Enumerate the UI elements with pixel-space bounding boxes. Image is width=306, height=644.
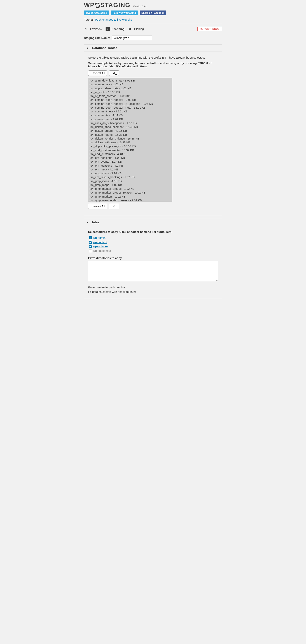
unselect-all-button-bottom[interactable]: Unselect All xyxy=(88,204,107,209)
table-row[interactable]: rs4_gmp_icons - 4.05 KB xyxy=(89,179,172,183)
table-row[interactable]: rs4_coming_soon_booster_meta - 18.91 KB xyxy=(89,106,172,110)
prefix-button-bottom[interactable]: rs4_ xyxy=(109,204,119,209)
tweet-button[interactable]: Tweet #wpstaging xyxy=(84,10,109,15)
table-row[interactable]: rs4_em_events - 11.4 KB xyxy=(89,160,172,164)
logo-staging-text: STAGING xyxy=(100,2,130,8)
table-row[interactable]: rs4_ahm_download_stats - 1.02 KB xyxy=(89,79,172,82)
table-row[interactable]: rs4_edd_customers - 4.43 KB xyxy=(89,152,172,156)
table-row[interactable]: rs4_gmp_marker_groups - 1.02 KB xyxy=(89,187,172,191)
step-cloning-label: Cloning xyxy=(134,27,144,30)
site-name-label: Staging Site Name: xyxy=(84,36,110,40)
table-row[interactable]: rs4_dokan_withdraw - 16.38 KB xyxy=(89,140,172,144)
database-tables-title: Database Tables xyxy=(92,46,117,50)
files-title: Files xyxy=(92,220,99,224)
table-row[interactable]: rs4_at_meta - 16.38 KB xyxy=(89,90,172,94)
table-row[interactable]: rs4_dokan_refund - 16.38 KB xyxy=(89,133,172,137)
files-help-text: Select folders to copy. Click on folder … xyxy=(88,230,218,234)
table-row[interactable]: rs4_coming_soon_booster - 3.09 KB xyxy=(89,98,172,102)
folder-checkbox[interactable] xyxy=(89,245,92,248)
table-row[interactable]: rs4_comments - 44.44 KB xyxy=(89,114,172,117)
table-row[interactable]: rs4_appts_tables_data - 1.02 KB xyxy=(89,86,172,90)
share-facebook-button[interactable]: Share on Facebook xyxy=(140,10,166,15)
step-scanning[interactable]: 2 Scanning xyxy=(106,27,125,31)
folder-label: wp-snapshots xyxy=(93,249,111,253)
folder-link[interactable]: wp-content xyxy=(93,240,107,244)
prefix-button-top[interactable]: rs4_ xyxy=(109,70,119,76)
table-row[interactable]: rs4_cscs_db_subscriptions - 1.02 KB xyxy=(89,121,172,125)
table-row[interactable]: rs4_dokan_orders - 49.15 KB xyxy=(89,129,172,133)
report-issue-button[interactable]: REPORT ISSUE xyxy=(197,27,222,31)
step-overview-num: 1 xyxy=(84,27,88,31)
table-row[interactable]: rs4_gmp_maps - 1.02 KB xyxy=(89,183,172,187)
table-row[interactable]: rs4_coming_soon_booster_ip_locations - 2… xyxy=(89,102,172,106)
unselect-all-button-top[interactable]: Unselect All xyxy=(88,70,107,76)
table-row[interactable]: rs4_em_tickets - 3.14 KB xyxy=(89,172,172,175)
folder-row: wp-snapshots xyxy=(88,249,218,253)
table-row[interactable]: rs4_ahm_emails - 1.02 KB xyxy=(89,82,172,86)
table-row[interactable]: rs4_em_meta - 4.1 KB xyxy=(89,168,172,172)
db-help-text-2: Select multiple tables by pressing left … xyxy=(88,62,218,68)
wpstaging-logo: WP STAGING xyxy=(84,2,130,8)
logo-wp-text: WP xyxy=(84,2,95,8)
tutorial-line: Tutorial: Push changes to live website xyxy=(84,18,222,21)
table-row[interactable]: rs4_em_tickets_bookings - 1.02 KB xyxy=(89,175,172,179)
folder-checkbox[interactable] xyxy=(89,249,92,252)
version-text: Version 2.6.1 xyxy=(133,5,148,8)
section-files: ▼ Files Select folders to copy. Click on… xyxy=(84,219,222,298)
chevron-down-icon: ▼ xyxy=(86,221,89,224)
steps-row: 1 Overview 2 Scanning 3 Cloning REPORT I… xyxy=(84,27,222,31)
table-row[interactable]: rs4_edd_customermeta - 10.32 KB xyxy=(89,148,172,152)
site-name-input[interactable] xyxy=(112,35,152,40)
hint-line-1: Enter one folder path per line. xyxy=(88,285,218,290)
tutorial-link[interactable]: Push changes to live website xyxy=(95,18,132,21)
table-row[interactable]: rs4_em_locations - 4.1 KB xyxy=(89,164,172,168)
folder-row: wp-content xyxy=(88,240,218,244)
folder-link[interactable]: wp-includes xyxy=(93,244,108,249)
extra-directories-input[interactable] xyxy=(88,261,218,281)
files-toggle[interactable]: ▼ Files xyxy=(84,219,222,226)
refresh-icon xyxy=(95,2,100,8)
folder-row: wp-admin xyxy=(88,236,218,240)
table-row[interactable]: rs4_create_map - 1.02 KB xyxy=(89,118,172,121)
table-row[interactable]: rs4_dokan_vendor_balance - 16.38 KB xyxy=(89,137,172,140)
follow-button[interactable]: Follow @wpstaging xyxy=(111,10,138,15)
hint-line-2: Folders must start with absolute path: xyxy=(88,290,218,294)
database-tables-list[interactable]: rs4_ahm_download_stats - 1.02 KBrs4_ahm_… xyxy=(88,78,172,202)
step-scanning-label: Scanning xyxy=(112,27,125,30)
table-row[interactable]: rs4_gmp_marker_groups_relation - 1.02 KB xyxy=(89,191,172,194)
section-database-tables: ▼ Database Tables Select the tables to c… xyxy=(84,44,222,215)
extra-directories-label: Extra directories to copy xyxy=(88,256,218,260)
db-help-text-1: Select the tables to copy. Tables beginn… xyxy=(88,56,218,59)
database-tables-toggle[interactable]: ▼ Database Tables xyxy=(84,45,222,52)
step-scanning-num: 2 xyxy=(106,27,110,31)
table-row[interactable]: rs4_commentmeta - 15.61 KB xyxy=(89,110,172,114)
step-overview-label: Overview xyxy=(90,27,102,30)
table-row[interactable]: rs4_dokan_announcement - 16.38 KB xyxy=(89,125,172,129)
folder-checkbox[interactable] xyxy=(89,241,92,244)
table-row[interactable]: rs4_gmp_markers - 1.02 KB xyxy=(89,195,172,198)
folder-link[interactable]: wp-admin xyxy=(93,236,106,240)
step-cloning-num: 3 xyxy=(128,27,132,31)
step-cloning[interactable]: 3 Cloning xyxy=(128,27,144,31)
table-row[interactable]: rs4_em_bookings - 1.02 KB xyxy=(89,156,172,160)
table-row[interactable]: rs4_gmp_membership_presets - 1.02 KB xyxy=(89,198,172,202)
table-row[interactable]: rs4_at_table_creator - 16.38 KB xyxy=(89,94,172,98)
folder-row: wp-includes xyxy=(88,244,218,249)
table-row[interactable]: rs4_duplicator_packages - 60.02 KB xyxy=(89,144,172,148)
folder-checkbox[interactable] xyxy=(89,236,92,239)
step-overview[interactable]: 1 Overview xyxy=(84,27,102,31)
tutorial-prefix: Tutorial: xyxy=(84,18,95,21)
divider xyxy=(84,23,222,23)
chevron-down-icon: ▼ xyxy=(86,47,89,50)
